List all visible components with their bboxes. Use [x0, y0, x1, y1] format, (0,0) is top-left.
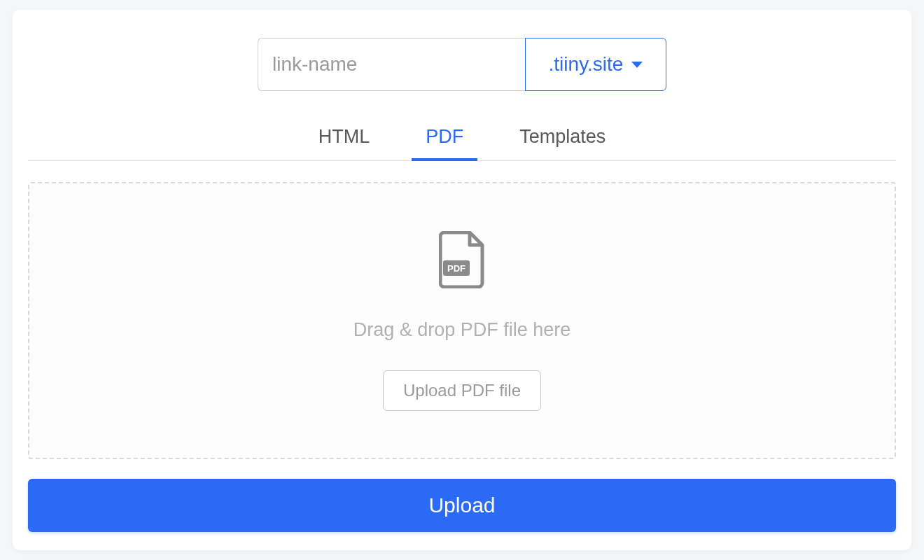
- link-name-input[interactable]: [258, 38, 525, 91]
- dropzone-hint: Drag & drop PDF file here: [354, 319, 571, 341]
- tab-html-label: HTML: [318, 126, 370, 147]
- tab-pdf-label: PDF: [426, 126, 463, 147]
- upload-card: .tiiny.site HTML PDF Templates PDF Drag …: [13, 10, 911, 550]
- tab-html[interactable]: HTML: [313, 120, 376, 160]
- pdf-file-icon: PDF: [439, 231, 485, 291]
- domain-select[interactable]: .tiiny.site: [525, 38, 666, 91]
- caret-down-icon: [631, 62, 643, 68]
- tab-templates-label: Templates: [519, 126, 606, 147]
- tabs: HTML PDF Templates: [28, 120, 896, 161]
- svg-text:PDF: PDF: [447, 263, 465, 274]
- url-input-group: .tiiny.site: [258, 38, 666, 91]
- domain-label: .tiiny.site: [549, 53, 624, 76]
- url-row: .tiiny.site: [28, 38, 896, 91]
- choose-file-button[interactable]: Upload PDF file: [383, 370, 541, 411]
- tab-templates[interactable]: Templates: [514, 120, 611, 160]
- file-dropzone[interactable]: PDF Drag & drop PDF file here Upload PDF…: [28, 182, 896, 459]
- upload-button[interactable]: Upload: [28, 479, 896, 532]
- tab-pdf[interactable]: PDF: [420, 120, 469, 160]
